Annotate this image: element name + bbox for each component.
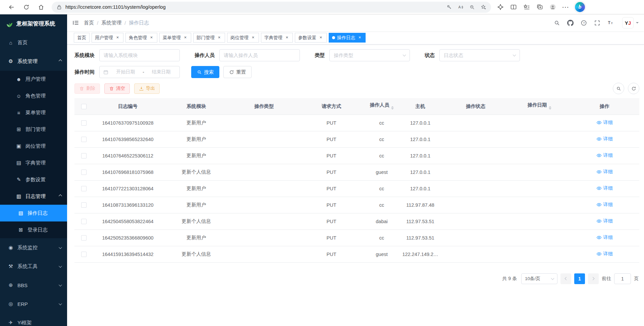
fullscreen-icon[interactable] bbox=[594, 20, 600, 26]
row-checkbox[interactable] bbox=[81, 202, 87, 208]
row-checkbox[interactable] bbox=[81, 252, 87, 257]
column-header[interactable]: 操作人员 bbox=[365, 98, 398, 115]
close-icon[interactable]: × bbox=[115, 35, 120, 40]
sidebar-item-oper-log[interactable]: ▧操作日志 bbox=[0, 205, 67, 221]
tab-dept[interactable]: 部门管理× bbox=[193, 33, 225, 43]
row-checkbox[interactable] bbox=[81, 137, 87, 142]
sidebar-item-system-monitor[interactable]: ◉系统监控 bbox=[0, 238, 67, 257]
type-select[interactable]: 操作类型 bbox=[329, 49, 410, 61]
column-header[interactable]: 操作日期 bbox=[509, 98, 570, 115]
tab-dict[interactable]: 字典管理× bbox=[261, 33, 293, 43]
sidebar-item-dept-manage[interactable]: ⊞部门管理 bbox=[0, 121, 67, 138]
close-icon[interactable]: × bbox=[284, 35, 289, 40]
zoom-out-icon[interactable] bbox=[469, 4, 475, 10]
date-range-picker[interactable]: 开始日期 - 结束日期 bbox=[99, 66, 180, 78]
sidebar-item-yi-framework[interactable]: ✈Yi框架 bbox=[0, 313, 67, 326]
sidebar-item-login-log[interactable]: ⊠登录日志 bbox=[0, 221, 67, 238]
prev-page-button[interactable] bbox=[560, 273, 571, 284]
page-size-select[interactable]: 10条/页 bbox=[521, 273, 557, 284]
close-icon[interactable]: × bbox=[149, 35, 154, 40]
sort-carets-icon[interactable] bbox=[549, 105, 551, 111]
sidebar-item-menu-manage[interactable]: ≡菜单管理 bbox=[0, 104, 67, 121]
operator-input[interactable] bbox=[219, 49, 300, 61]
tab-home[interactable]: 首页 bbox=[74, 33, 90, 43]
refresh-table-button[interactable] bbox=[628, 83, 639, 94]
breadcrumb-item[interactable]: 首页 bbox=[84, 20, 94, 26]
row-checkbox[interactable] bbox=[81, 120, 87, 126]
sort-carets-icon[interactable] bbox=[391, 105, 394, 111]
next-page-button[interactable] bbox=[588, 273, 599, 284]
tab-menu[interactable]: 菜单管理× bbox=[159, 33, 191, 43]
reset-button[interactable]: 重置 bbox=[223, 66, 252, 78]
browser-back-button[interactable] bbox=[5, 1, 18, 13]
detail-link[interactable]: 详细 bbox=[596, 136, 613, 142]
tab-user[interactable]: 用户管理× bbox=[92, 33, 123, 43]
detail-link[interactable]: 详细 bbox=[596, 235, 613, 241]
row-checkbox[interactable] bbox=[81, 153, 87, 158]
browser-menu-icon[interactable]: ··· bbox=[562, 3, 570, 11]
close-icon[interactable]: × bbox=[318, 35, 323, 40]
address-bar[interactable]: https://ccnetcore.com:1101/system/log/op… bbox=[52, 2, 491, 13]
browser-essentials-icon[interactable] bbox=[496, 3, 504, 11]
sidebar-item-bbs[interactable]: ⊕BBS bbox=[0, 276, 67, 295]
close-icon[interactable]: × bbox=[251, 35, 256, 40]
toggle-search-button[interactable] bbox=[613, 83, 624, 94]
app-logo[interactable]: 意框架管理系统 bbox=[0, 14, 67, 33]
close-icon[interactable]: × bbox=[357, 35, 362, 40]
profile-avatar[interactable] bbox=[549, 3, 557, 11]
clear-button[interactable]: 清空 bbox=[104, 83, 130, 94]
goto-page-input[interactable] bbox=[614, 273, 631, 284]
detail-link[interactable]: 详细 bbox=[596, 202, 613, 208]
sidebar-item-erp[interactable]: ◎ERP bbox=[0, 295, 67, 313]
help-icon[interactable]: ? bbox=[581, 20, 587, 26]
collections-icon[interactable] bbox=[536, 3, 544, 11]
breadcrumb-item[interactable]: 系统管理 bbox=[101, 20, 121, 26]
sidebar-item-log-manage[interactable]: ▥日志管理 bbox=[0, 188, 67, 205]
tab-operlog[interactable]: 操作日志× bbox=[329, 33, 366, 43]
sidebar-item-system-manage[interactable]: ⚙系统管理 bbox=[0, 52, 67, 71]
close-icon[interactable]: × bbox=[217, 35, 222, 40]
split-screen-icon[interactable] bbox=[509, 3, 518, 11]
delete-button[interactable]: 删除 bbox=[74, 83, 100, 94]
sidebar-item-param-settings[interactable]: ✎参数设置 bbox=[0, 171, 67, 188]
tab-param[interactable]: 参数设置× bbox=[295, 33, 327, 43]
browser-refresh-button[interactable] bbox=[20, 1, 33, 13]
select-all-checkbox[interactable] bbox=[81, 104, 87, 109]
password-key-icon[interactable] bbox=[446, 4, 452, 10]
user-avatar[interactable]: YJ bbox=[622, 17, 639, 28]
header-search-icon[interactable] bbox=[554, 20, 560, 26]
bing-copilot-icon[interactable]: b bbox=[575, 2, 585, 12]
font-size-icon[interactable]: TT bbox=[607, 20, 614, 26]
page-number-button[interactable]: 1 bbox=[574, 273, 585, 284]
detail-link[interactable]: 详细 bbox=[596, 120, 613, 126]
sidebar-item-post-manage[interactable]: ▣岗位管理 bbox=[0, 138, 67, 154]
tab-role[interactable]: 角色管理× bbox=[125, 33, 157, 43]
detail-link[interactable]: 详细 bbox=[596, 251, 613, 257]
svg-text:T: T bbox=[608, 20, 611, 25]
read-aloud-icon[interactable]: A bbox=[458, 4, 464, 10]
sidebar-item-home[interactable]: ⌂首页 bbox=[0, 33, 67, 52]
row-checkbox[interactable] bbox=[81, 186, 87, 191]
hamburger-icon[interactable] bbox=[72, 19, 79, 26]
detail-link[interactable]: 详细 bbox=[596, 169, 613, 175]
export-button[interactable]: 导出 bbox=[134, 83, 160, 94]
search-button[interactable]: 搜索 bbox=[191, 66, 219, 78]
sidebar-item-dict-manage[interactable]: ▤字典管理 bbox=[0, 154, 67, 171]
browser-home-button[interactable] bbox=[35, 1, 47, 13]
add-favorite-icon[interactable] bbox=[481, 4, 486, 10]
close-icon[interactable]: × bbox=[183, 35, 188, 40]
sidebar-item-system-tools[interactable]: ⚒系统工具 bbox=[0, 257, 67, 276]
row-checkbox[interactable] bbox=[81, 170, 87, 175]
favorites-bar-icon[interactable] bbox=[523, 3, 531, 11]
tab-post[interactable]: 岗位管理× bbox=[227, 33, 259, 43]
detail-link[interactable]: 详细 bbox=[596, 218, 613, 224]
sidebar-item-role-manage[interactable]: ☺角色管理 bbox=[0, 87, 67, 104]
github-icon[interactable] bbox=[567, 20, 574, 26]
module-input[interactable] bbox=[99, 49, 180, 61]
row-checkbox[interactable] bbox=[81, 235, 87, 241]
sidebar-item-user-manage[interactable]: ☻用户管理 bbox=[0, 71, 67, 87]
detail-link[interactable]: 详细 bbox=[596, 152, 613, 158]
row-checkbox[interactable] bbox=[81, 219, 87, 224]
detail-link[interactable]: 详细 bbox=[596, 185, 613, 191]
status-select[interactable]: 日志状态 bbox=[439, 49, 520, 61]
